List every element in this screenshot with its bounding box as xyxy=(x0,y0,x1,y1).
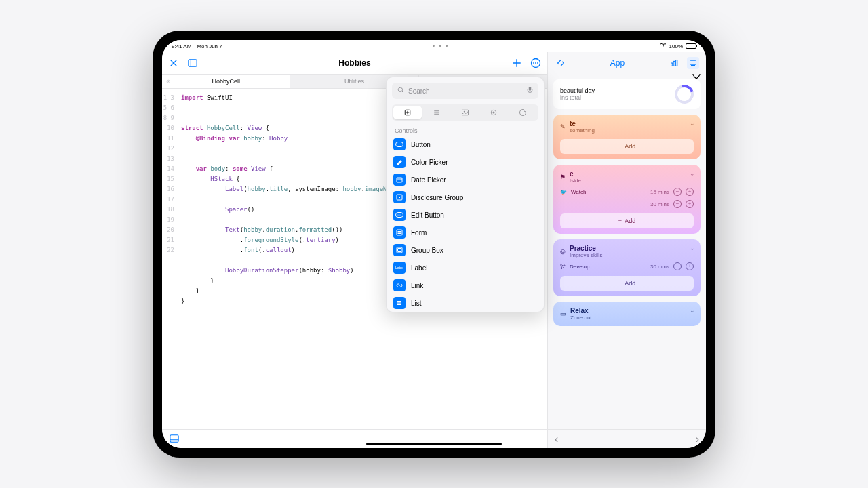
svg-point-13 xyxy=(464,111,465,113)
tab-close-icon[interactable]: ⊗ xyxy=(166,79,171,85)
seg-modifiers-icon[interactable] xyxy=(422,106,450,119)
tab-label: HobbyCell xyxy=(212,78,240,85)
library-section-header: Controls xyxy=(387,125,544,136)
preview-title[interactable]: App xyxy=(574,58,661,68)
seg-media-icon[interactable] xyxy=(451,106,479,119)
svg-point-15 xyxy=(493,112,495,114)
plus-stepper[interactable]: + xyxy=(686,188,694,196)
library-item-groupbox[interactable]: Group Box xyxy=(387,241,544,259)
chevron-down-icon[interactable]: ⌄ xyxy=(690,307,695,314)
card-title: te xyxy=(570,120,595,127)
minus-stepper[interactable]: − xyxy=(673,188,682,196)
more-icon[interactable] xyxy=(530,57,542,69)
card-relax[interactable]: ▭ Relax Zone out ⌄ xyxy=(553,302,701,326)
library-item-label: Label xyxy=(411,264,427,272)
close-icon[interactable] xyxy=(167,57,180,69)
link-icon xyxy=(393,279,406,291)
library-list[interactable]: Button Color Picker Date Picker Disclosu… xyxy=(387,136,544,312)
progress-ring-icon xyxy=(671,81,697,107)
library-item-list[interactable]: List xyxy=(387,294,544,312)
minus-stepper[interactable]: − xyxy=(673,262,682,270)
add-button[interactable]: +Add xyxy=(560,276,694,291)
library-item-button[interactable]: Button xyxy=(387,136,544,153)
groupbox-icon xyxy=(393,244,406,256)
bird-icon: 🐦 xyxy=(560,189,567,195)
library-item-datepicker[interactable]: Date Picker xyxy=(387,171,544,188)
library-item-label[interactable]: LabelLabel xyxy=(387,259,544,277)
chart-icon[interactable] xyxy=(668,57,680,69)
map-icon: ⚑ xyxy=(560,174,566,180)
ipad-frame: 9:41 AM Mon Jun 7 • • • 100% xyxy=(153,30,715,458)
plus-icon: + xyxy=(618,280,622,287)
svg-point-4 xyxy=(535,62,536,64)
preview-toolbar: App xyxy=(548,52,706,74)
chevron-down-icon[interactable]: ⌄ xyxy=(690,120,695,127)
expand-icon[interactable] xyxy=(555,57,567,69)
tv-icon: ▭ xyxy=(560,310,566,317)
plus-stepper[interactable]: + xyxy=(686,200,694,208)
seg-views-icon[interactable] xyxy=(393,106,422,119)
svg-point-5 xyxy=(537,62,538,64)
prev-arrow-right-icon[interactable]: › xyxy=(696,433,699,445)
preview-canvas[interactable]: beautiful day ins total ✎ te something xyxy=(548,74,706,429)
device-icon[interactable] xyxy=(687,57,699,69)
library-segments[interactable] xyxy=(392,104,538,121)
mic-icon[interactable] xyxy=(527,86,533,96)
document-title: Hobbies xyxy=(205,58,504,68)
seg-symbols-icon[interactable] xyxy=(479,106,508,119)
card-subtitle: tside xyxy=(570,178,581,184)
add-button[interactable]: +Add xyxy=(560,139,694,154)
preview-header-card: beautiful day ins total xyxy=(553,79,701,109)
row-duration: 15 mins xyxy=(650,189,669,195)
svg-rect-35 xyxy=(676,60,677,66)
card-subtitle: Improve skills xyxy=(570,252,602,258)
card-title: e xyxy=(570,170,581,178)
console-icon[interactable] xyxy=(169,434,180,445)
chevron-down-icon[interactable]: ⌄ xyxy=(690,170,695,177)
library-item-colorpicker[interactable]: Color Picker xyxy=(387,153,544,171)
library-item-label: Date Picker xyxy=(411,176,446,184)
row-duration: 30 mins xyxy=(650,264,669,270)
editbutton-icon xyxy=(393,209,406,221)
swift-icon: 🕊 xyxy=(560,264,566,270)
tab-hobbycell[interactable]: ⊗ HobbyCell xyxy=(162,75,290,88)
add-icon[interactable] xyxy=(511,57,523,69)
library-item-label: Edit Button xyxy=(411,211,444,219)
library-item-label: Color Picker xyxy=(411,159,448,166)
seg-color-icon[interactable] xyxy=(509,106,537,119)
chevron-down-icon[interactable]: ⌄ xyxy=(690,245,695,251)
editor-pane: Hobbies ⊗ HobbyCell xyxy=(162,52,547,448)
multitask-dots[interactable]: • • • xyxy=(222,43,660,49)
header-line1: beautiful day xyxy=(560,87,595,94)
svg-point-3 xyxy=(533,62,534,64)
card-create[interactable]: ✎ te something ⌄ +Add xyxy=(553,115,701,159)
add-label: Add xyxy=(625,143,635,150)
svg-rect-33 xyxy=(671,63,673,66)
home-indicator[interactable] xyxy=(366,443,502,445)
library-item-editbutton[interactable]: Edit Button xyxy=(387,206,544,224)
add-label: Add xyxy=(625,280,635,287)
add-button[interactable]: +Add xyxy=(560,214,694,228)
library-item-form[interactable]: Form xyxy=(387,224,544,241)
svg-rect-34 xyxy=(673,61,675,66)
list-icon xyxy=(393,297,406,309)
card-explore[interactable]: ⚑ e tside ⌄ 🐦 Watch 15 mins − xyxy=(553,165,701,234)
tab-label: Utilities xyxy=(344,78,364,85)
svg-point-8 xyxy=(398,87,402,92)
minus-stepper[interactable]: − xyxy=(673,200,682,208)
library-item-link[interactable]: Link xyxy=(387,277,544,294)
hobby-row: 🐦 Watch 15 mins − + xyxy=(560,188,694,196)
target-icon: ◎ xyxy=(560,248,566,255)
library-item-disclosure[interactable]: Disclosure Group xyxy=(387,188,544,206)
disclosure-icon xyxy=(393,191,406,203)
battery-icon xyxy=(686,43,696,49)
plus-stepper[interactable]: + xyxy=(686,262,694,270)
library-item-label: Link xyxy=(411,282,423,289)
search-icon xyxy=(397,87,404,95)
prev-arrow-left-icon[interactable]: ‹ xyxy=(555,433,558,445)
library-search[interactable]: Search xyxy=(392,83,538,99)
heart-icon[interactable] xyxy=(691,74,702,81)
sidebar-toggle-icon[interactable] xyxy=(186,57,199,69)
svg-point-21 xyxy=(397,214,398,215)
card-practice[interactable]: ◎ Practice Improve skills ⌄ 🕊 Develop 30… xyxy=(553,239,701,296)
